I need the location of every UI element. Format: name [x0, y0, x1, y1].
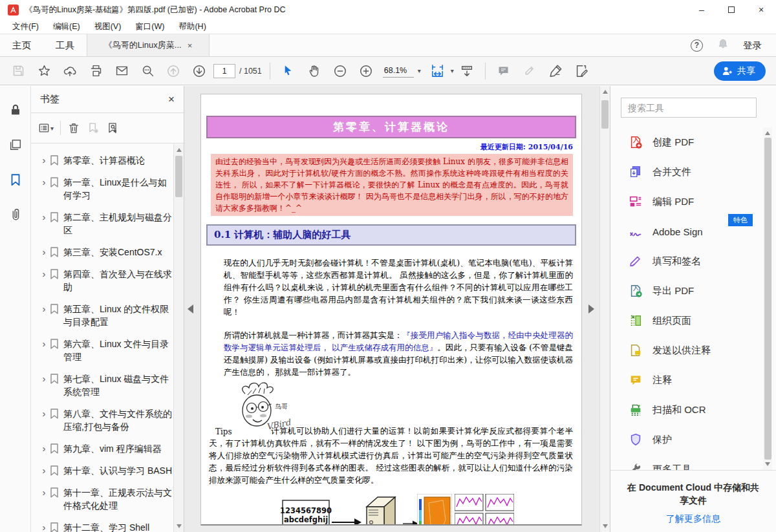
tool-create-pdf[interactable]: 创建 PDF — [610, 127, 763, 157]
bookmarks-panel-button[interactable] — [6, 170, 25, 189]
search-button[interactable] — [137, 61, 158, 81]
bookmark-item[interactable]: ›第十章、认识与学习 BASH — [31, 460, 173, 482]
scrollbar-thumb[interactable] — [764, 138, 771, 460]
zoom-caret-icon[interactable]: ▾ — [418, 67, 421, 74]
page-number-input[interactable] — [213, 64, 235, 78]
print-button[interactable] — [85, 61, 106, 81]
close-button[interactable]: × — [746, 0, 776, 19]
menu-help[interactable]: 帮助(H) — [171, 20, 213, 34]
scroll-down-icon[interactable] — [603, 524, 608, 528]
bookmark-item[interactable]: ›第七章、Linux 磁盘与文件系统管理 — [31, 368, 173, 403]
scroll-up-icon[interactable] — [765, 131, 770, 135]
cloud-upload-button[interactable] — [59, 61, 80, 81]
expand-chevron-icon[interactable]: › — [39, 246, 49, 259]
page-thumbnails-button[interactable] — [6, 135, 25, 154]
previous-page-button[interactable] — [163, 61, 184, 81]
bookmark-item[interactable]: ›第十二章、学习 Shell Script — [31, 516, 173, 532]
tool-adobe-sign[interactable]: 特色 Adobe Sign — [610, 217, 763, 246]
maximize-button[interactable] — [717, 0, 746, 19]
bookmark-item[interactable]: ›第九章、vim 程序编辑器 — [31, 438, 173, 460]
expand-chevron-icon[interactable]: › — [39, 337, 49, 350]
tab-document[interactable]: 《鸟哥的Linux房菜... × — [87, 34, 210, 56]
tool-protect[interactable]: 保护 — [610, 425, 763, 454]
hand-tool-button[interactable] — [304, 61, 325, 81]
bookmark-item[interactable]: ›第三章、安装CentOS7.x — [31, 241, 173, 263]
expand-chevron-icon[interactable]: › — [39, 442, 49, 455]
next-page-arrow[interactable] — [588, 304, 594, 314]
tool-combine-files[interactable]: 合并文件 — [610, 157, 763, 187]
tab-home[interactable]: 主页 — [0, 34, 43, 56]
zoom-in-button[interactable] — [356, 61, 376, 81]
scroll-up-icon[interactable] — [603, 90, 608, 94]
save-button[interactable] — [8, 61, 28, 81]
previous-page-arrow[interactable] — [188, 304, 193, 314]
email-button[interactable] — [111, 61, 132, 81]
next-page-button[interactable] — [189, 61, 210, 81]
learn-more-link[interactable]: 了解更多信息 — [666, 513, 720, 525]
expand-chevron-icon[interactable]: › — [39, 372, 49, 385]
bookmark-options-button[interactable]: ▾ — [38, 122, 54, 134]
share-button[interactable]: 共享 — [714, 61, 766, 81]
tool-fill-sign[interactable]: 填写和签名 — [610, 246, 763, 276]
expand-chevron-icon[interactable]: › — [39, 176, 49, 189]
select-tool-button[interactable] — [278, 61, 299, 81]
new-bookmark-button[interactable] — [87, 122, 100, 134]
fit-width-caret-icon[interactable]: ▾ — [451, 67, 454, 74]
bookmark-item[interactable]: ›第一章、Linux是什么与如何学习 — [31, 171, 173, 206]
pdf-page[interactable]: 第零章、计算器概论 最近更新日期: 2015/04/16 由过去的经验当中，鸟哥… — [200, 94, 582, 526]
expand-chevron-icon[interactable]: › — [39, 211, 49, 224]
tool-scan-ocr[interactable]: 扫描和 OCR — [610, 395, 763, 425]
tool-send-for-comments[interactable]: 发送以供注释 — [610, 335, 763, 365]
security-lock-button[interactable] — [6, 100, 25, 120]
zoom-level-input[interactable]: 68.1% — [383, 65, 414, 78]
zoom-out-button[interactable] — [330, 61, 350, 81]
expand-chevron-icon[interactable]: › — [39, 407, 49, 420]
expand-chevron-icon[interactable]: › — [39, 303, 49, 315]
search-tools-input[interactable] — [621, 98, 757, 118]
highlight-tool-button[interactable] — [519, 61, 540, 81]
expand-chevron-icon[interactable]: › — [39, 154, 49, 167]
tools-scrollbar[interactable] — [763, 127, 772, 470]
scroll-up-icon[interactable] — [177, 148, 182, 152]
expand-chevron-icon[interactable]: › — [39, 486, 49, 499]
scroll-down-icon[interactable] — [177, 524, 182, 528]
scrollbar-thumb[interactable] — [601, 100, 609, 129]
bookmark-item[interactable]: ›第八章、文件与文件系统的压缩,打包与备份 — [31, 403, 173, 438]
bookmark-item[interactable]: ›第十一章、正规表示法与文件格式化处理 — [31, 482, 173, 516]
minimize-button[interactable]: – — [687, 0, 717, 19]
menu-window[interactable]: 窗口(W) — [128, 20, 171, 34]
menu-edit[interactable]: 编辑(E) — [46, 20, 87, 34]
tool-export-pdf[interactable]: 导出 PDF — [610, 276, 763, 306]
bookmark-item[interactable]: ›第零章、计算器概论 — [31, 149, 173, 171]
bookmarks-close-icon[interactable]: × — [168, 93, 175, 106]
locate-bookmark-button[interactable] — [106, 122, 119, 134]
bookmark-item[interactable]: ›第五章、Linux 的文件权限与目录配置 — [31, 298, 173, 333]
scrollbar-thumb[interactable] — [175, 156, 182, 197]
attachments-button[interactable] — [6, 205, 25, 224]
tab-close-icon[interactable]: × — [188, 41, 193, 50]
tool-edit-pdf[interactable]: 编辑 PDF — [610, 187, 763, 217]
delete-bookmark-button[interactable] — [67, 122, 80, 134]
tab-tools[interactable]: 工具 — [43, 34, 87, 56]
sign-in-button[interactable]: 登录 — [743, 39, 762, 52]
fill-sign-tool-button[interactable] — [571, 61, 592, 81]
tool-organize-pages[interactable]: 组织页面 — [610, 306, 763, 335]
expand-chevron-icon[interactable]: › — [39, 268, 49, 281]
scroll-down-icon[interactable] — [765, 462, 770, 466]
scrolling-mode-button[interactable] — [457, 61, 477, 81]
expand-chevron-icon[interactable]: › — [39, 521, 49, 532]
star-button[interactable] — [34, 61, 54, 81]
comment-tool-button[interactable] — [493, 61, 514, 81]
bookmark-item[interactable]: ›第四章、首次登入与在线求助 — [31, 263, 173, 298]
expand-chevron-icon[interactable]: › — [39, 464, 49, 477]
bookmark-item[interactable]: ›第二章、主机规划与磁盘分区 — [31, 206, 173, 241]
sign-tool-button[interactable] — [545, 61, 566, 81]
menu-view[interactable]: 视图(V) — [87, 20, 129, 34]
bookmarks-scrollbar[interactable] — [173, 144, 184, 532]
tool-comment[interactable]: 注释 — [610, 365, 763, 395]
menu-file[interactable]: 文件(F) — [5, 20, 46, 34]
document-scrollbar[interactable] — [599, 86, 610, 532]
notifications-bell-icon[interactable] — [717, 38, 729, 52]
bookmark-item[interactable]: ›第六章、Linux 文件与目录管理 — [31, 333, 173, 368]
fit-width-button[interactable] — [427, 61, 448, 81]
